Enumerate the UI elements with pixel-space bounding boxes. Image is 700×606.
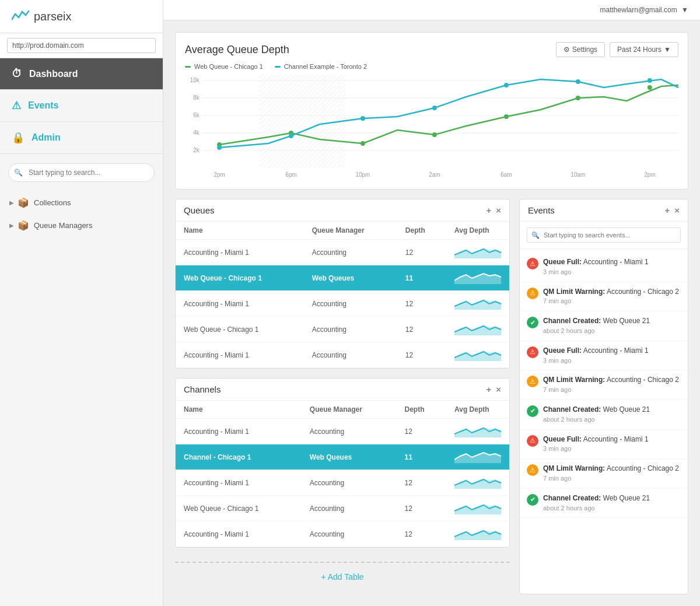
event-description: Queue Full: Accounting - Miami 1 [543, 435, 649, 443]
events-search-input[interactable] [527, 227, 681, 243]
search-input[interactable] [8, 163, 155, 182]
legend-color-1 [185, 66, 191, 68]
channels-widget: Channels + × Name Queue Manager Depth [175, 378, 510, 548]
nav-dashboard-label: Dashboard [29, 69, 78, 79]
row-depth: 12 [397, 240, 446, 265]
ch-col-avg-depth: Avg Depth [446, 401, 509, 419]
time-range-button[interactable]: Past 24 Hours ▼ [610, 42, 678, 57]
table-row[interactable]: Web Queue - Chicago 1 Accounting 12 [176, 496, 509, 521]
svg-text:2k: 2k [193, 147, 199, 153]
svg-text:8k: 8k [193, 94, 199, 101]
nav-events[interactable]: ⚠ Events [0, 90, 163, 122]
success-icon: ✔ [527, 494, 538, 506]
settings-button[interactable]: ⚙ Settings [556, 42, 605, 57]
event-text: Channel Created: Web Queue 21 about 2 ho… [543, 405, 650, 425]
svg-point-25 [648, 85, 652, 90]
tables-events-row: Queues + × Name Queue Manager Depth [175, 199, 688, 594]
row-manager: Accounting [302, 419, 397, 444]
row-manager: Web Queues [302, 444, 397, 470]
event-item[interactable]: ⚠ Queue Full: Accounting - Miami 1 3 min… [520, 253, 688, 282]
row-depth: 12 [397, 521, 446, 547]
event-item[interactable]: ✔ Channel Created: Web Queue 21 about 2 … [520, 489, 688, 519]
svg-point-30 [504, 83, 509, 87]
url-selector[interactable]: http://prod.domain.com [0, 33, 163, 58]
events-actions: + × [664, 205, 680, 215]
sidebar-item-queue-managers[interactable]: ▶ 📦 Queue Managers [0, 214, 163, 237]
table-row[interactable]: Web Queue - Chicago 1 Web Queues 11 [176, 265, 509, 291]
channels-close-button[interactable]: × [496, 384, 501, 394]
row-sparkline [446, 496, 509, 521]
channels-table: Name Queue Manager Depth Avg Depth Accou… [176, 401, 509, 547]
channels-add-button[interactable]: + [486, 384, 491, 394]
url-dropdown[interactable]: http://prod.domain.com [7, 38, 156, 53]
row-depth: 12 [397, 496, 446, 521]
row-depth: 12 [397, 291, 446, 317]
table-row[interactable]: Accounting - Miami 1 Accounting 12 [176, 419, 509, 444]
table-row[interactable]: Web Queue - Chicago 1 Accounting 12 [176, 317, 509, 342]
queues-actions: + × [486, 205, 501, 215]
svg-marker-40 [454, 478, 501, 489]
events-close-button[interactable]: × [674, 205, 680, 215]
time-range-label: Past 24 Hours [617, 45, 662, 54]
event-item[interactable]: ⚠ QM Limit Warning: Accounting - Chicago… [520, 282, 688, 312]
row-name: Accounting - Miami 1 [176, 419, 302, 444]
queues-widget: Queues + × Name Queue Manager Depth [175, 199, 510, 369]
gear-icon: ⚙ [564, 45, 570, 54]
queues-close-button[interactable]: × [496, 205, 501, 215]
row-manager: Accounting [304, 291, 397, 317]
table-row[interactable]: Accounting - Miami 1 Accounting 12 [176, 240, 509, 265]
nav-admin[interactable]: 🔒 Admin [0, 122, 163, 154]
row-name: Web Queue - Chicago 1 [176, 265, 304, 291]
event-item[interactable]: ✔ Channel Created: Web Queue 21 about 2 … [520, 400, 688, 430]
add-table-button[interactable]: + Add Table [321, 572, 363, 582]
event-item[interactable]: ⚠ Queue Full: Accounting - Miami 1 3 min… [520, 430, 688, 460]
channels-actions: + × [486, 384, 501, 394]
table-row[interactable]: Accounting - Miami 1 Accounting 12 [176, 470, 509, 496]
row-sparkline [446, 265, 509, 291]
table-row[interactable]: Accounting - Miami 1 Accounting 12 [176, 342, 509, 368]
chart-title: Average Queue Depth [185, 44, 289, 56]
table-row[interactable]: Channel - Chicago 1 Web Queues 11 [176, 444, 509, 470]
event-description: Channel Created: Web Queue 21 [543, 405, 650, 414]
warning-icon: ⚠ [527, 376, 538, 387]
event-time: 3 min ago [543, 268, 571, 275]
queues-add-button[interactable]: + [486, 205, 491, 215]
svg-point-27 [289, 134, 293, 138]
event-item[interactable]: ⚠ QM Limit Warning: Accounting - Chicago… [520, 459, 688, 489]
row-name: Web Queue - Chicago 1 [176, 496, 302, 521]
events-add-button[interactable]: + [664, 205, 670, 215]
table-row[interactable]: Accounting - Miami 1 Accounting 12 [176, 291, 509, 317]
legend-item-1: Web Queue - Chicago 1 [185, 63, 263, 70]
sidebar-search[interactable] [8, 163, 155, 182]
svg-point-28 [360, 116, 365, 121]
event-item[interactable]: ⚠ QM Limit Warning: Accounting - Chicago… [520, 370, 688, 400]
admin-icon: 🔒 [12, 131, 24, 144]
event-time: 3 min ago [543, 357, 571, 364]
row-manager: Accounting [304, 317, 397, 342]
events-header: Events + × [520, 199, 688, 222]
event-time: 7 min ago [543, 297, 571, 304]
row-sparkline [446, 291, 509, 317]
sidebar-item-collections[interactable]: ▶ 📦 Collections [0, 191, 163, 214]
error-icon: ⚠ [527, 258, 538, 269]
user-menu[interactable]: matthewlarn@gmail.com ▼ [598, 6, 688, 14]
chevron-right-icon: ▶ [9, 199, 14, 206]
nav-dashboard[interactable]: ⏱ Dashboard [0, 58, 163, 90]
svg-point-31 [576, 79, 580, 84]
svg-text:2pm: 2pm [214, 171, 225, 178]
row-sparkline [446, 317, 509, 342]
table-row[interactable]: Accounting - Miami 1 Accounting 12 [176, 521, 509, 547]
channels-title: Channels [184, 384, 220, 394]
queue-managers-icon: 📦 [18, 220, 29, 231]
events-title: Events [528, 205, 555, 215]
queues-header: Queues + × [176, 199, 509, 222]
svg-text:6pm: 6pm [285, 171, 296, 178]
svg-text:2am: 2am [429, 171, 440, 178]
queues-table: Name Queue Manager Depth Avg Depth Accou… [176, 222, 509, 368]
event-item[interactable]: ✔ Channel Created: Web Queue 21 about 2 … [520, 311, 688, 341]
svg-text:6k: 6k [193, 112, 199, 118]
event-text: QM Limit Warning: Accounting - Chicago 2… [543, 287, 679, 307]
event-item[interactable]: ⚠ Queue Full: Accounting - Miami 1 3 min… [520, 341, 688, 371]
warning-icon: ⚠ [527, 288, 538, 299]
svg-rect-1 [260, 75, 346, 168]
